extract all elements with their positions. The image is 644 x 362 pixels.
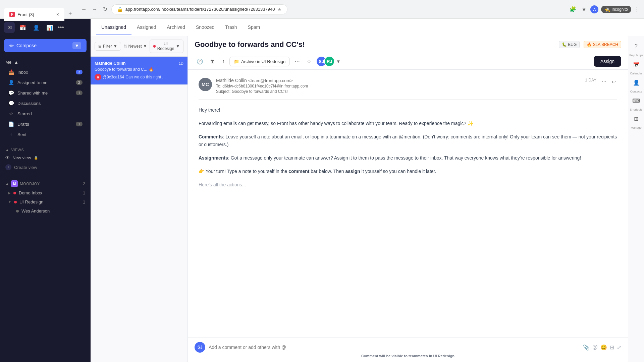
me-user-toggle[interactable]: Me ▲ [0,58,91,67]
archive-icon: 📁 [234,59,239,64]
analytics-icon-btn[interactable]: 📊 [44,22,55,33]
bookmark-button[interactable]: ★ [580,5,588,14]
back-button[interactable]: ← [80,5,88,14]
attach-button[interactable]: 📎 [583,344,590,351]
tab-trash[interactable]: Trash [220,20,242,35]
archive-button[interactable]: 📁 Archive in UI Redesign [229,57,290,66]
calendar-side-button[interactable]: 📅 [630,58,642,70]
avatar-group: SJ RJ ▼ [316,56,342,67]
sidebar-item-drafts[interactable]: 📄 Drafts 1 [3,119,88,129]
tab-unassigned[interactable]: Unassigned [96,20,131,35]
right-panel-contacts[interactable]: 👤 Contacts [630,76,642,93]
sidebar-item-discussions[interactable]: 💬 Discussions [3,98,88,108]
email-list-item[interactable]: Mathilde Collin 1D Goodbye to forwards a… [91,57,187,85]
shared-inboxes-label: Moodjoy [20,182,40,186]
sidebar-item-new-view[interactable]: 👁 New view 🔒 [0,153,91,162]
right-panel-manage[interactable]: ⊞ Manage [630,113,642,129]
sidebar-item-starred[interactable]: ☆ Starred [3,109,88,119]
address-bar[interactable]: 🔒 app.frontapp.com/inboxes/teams/folders… [111,4,288,14]
sort-label: Newest [128,44,142,49]
message-time: 1 DAY [585,78,596,82]
more-icon-btn[interactable]: ••• [58,24,64,31]
sidebar-item-demo-inbox[interactable]: ▶ Demo Inbox 1 [0,188,91,197]
new-tab-button[interactable]: + [66,9,75,18]
emoji-button[interactable]: 😊 [600,344,607,351]
filter-button[interactable]: ⊟ Filter ▼ [95,42,121,51]
star-button[interactable]: ☆ [305,56,313,67]
contacts-button[interactable]: 👤 [630,76,642,88]
tab-spam-label: Spam [248,24,260,30]
demo-inbox-dot [13,192,16,194]
snooze-button[interactable]: 🕐 [195,56,205,67]
format-button[interactable]: ⊞ [610,344,614,351]
compose-icon-btn[interactable]: ✉ [4,22,15,33]
extensions-button[interactable]: 🧩 [568,5,578,14]
contacts-icon-btn[interactable]: 👤 [31,22,42,33]
message-header: MC Mathilde Collin <team@frontapp.com> T… [199,78,617,100]
export-button[interactable]: ↑ [220,56,227,66]
reload-button[interactable]: ↻ [102,5,109,14]
contacts-label: Contacts [630,90,642,93]
browser-menu-button[interactable]: ⋮ [634,6,640,13]
forward-button[interactable]: → [91,5,99,14]
bug-tag[interactable]: 🐛 BUG [559,41,580,48]
message-more-button[interactable]: ⋯ [600,78,608,86]
compose-button[interactable]: ✏ Compose ▼ [4,39,87,52]
plus-icon: + [5,164,11,170]
tab-close-button[interactable]: × [56,12,59,17]
views-header[interactable]: ▲ Views [0,145,91,153]
shared-inboxes-header[interactable]: ▲ M Moodjoy 2 [0,178,91,188]
email-item-header: Mathilde Collin 1D [95,61,183,66]
email-detail-header: Goodbye to forwards and CC's! 🐛 BUG 🔥 SL… [188,36,628,53]
email-subject-title: Goodbye to forwards and CC's! [195,40,555,49]
calendar-icon-btn[interactable]: 📅 [17,22,28,33]
assign-button[interactable]: Assign [594,56,621,67]
comment-inbox-name: UI Redesign [433,354,454,358]
email-content: Hey there! Forwarding emails can get mes… [199,106,617,189]
email-body[interactable]: MC Mathilde Collin <team@frontapp.com> T… [188,70,628,338]
sidebar-item-assigned-to-me[interactable]: 👤 Assigned to me 2 [3,77,88,87]
sidebar-item-shared-with-me[interactable]: 💬 Shared with me 1 [3,88,88,98]
tab-snoozed[interactable]: Snoozed [191,20,220,35]
views-arrow: ▲ [5,148,9,152]
shortcuts-button[interactable]: ⌨ [630,95,642,107]
sidebar-item-sent[interactable]: ↑ Sent [3,129,88,139]
sidebar-item-wes-anderson[interactable]: Wes Anderson [0,206,91,216]
right-panel-calendar[interactable]: 📅 Calendar [630,58,642,75]
expand-button[interactable]: ⤢ [617,344,621,351]
sla-tag[interactable]: 🔥 SLA BREACH [584,41,621,48]
delete-button[interactable]: 🗑 [208,56,217,66]
tab-spam[interactable]: Spam [243,20,266,35]
shared-icon: 💬 [8,90,14,96]
views-section: ▲ Views 👁 New view 🔒 + Create view [0,142,91,175]
incognito-label: Incognito [611,7,628,12]
sort-arrow: ▼ [143,44,147,49]
create-view-button[interactable]: + Create view [0,162,91,172]
tab-archived[interactable]: Archived [162,20,191,35]
sidebar-item-ui-redesign[interactable]: ▼ UI Redesign 1 [0,197,91,206]
app-icon-bar: ✉ 📅 👤 📊 ••• [0,19,91,36]
avatar-dropdown-button[interactable]: ▼ [335,58,342,65]
browser-tab-active[interactable]: F Front (3) × [4,8,64,21]
help-button[interactable]: ? [630,40,642,52]
right-panel-shortcuts[interactable]: ⌨ Shortcuts [630,95,642,111]
collapse-icon: ▶ [8,191,11,195]
compose-pencil-icon: ✏ [9,43,14,49]
comment-input[interactable] [209,345,580,350]
tab-snoozed-label: Snoozed [196,24,214,30]
shared-inboxes-arrow: ▲ [5,182,9,186]
tabs-bar: Unassigned Assigned Archived Snoozed Tra… [91,19,644,36]
more-button[interactable]: ⋯ [292,56,302,67]
sidebar-item-inbox[interactable]: 📥 Inbox 3 [3,67,88,77]
mention-button[interactable]: @ [592,344,598,350]
tab-assigned[interactable]: Assigned [131,20,162,35]
reply-button[interactable]: ↩ [610,78,617,86]
wes-anderson-dot [16,210,19,213]
filter-label: Filter [103,44,112,49]
right-panel-help[interactable]: ? Help & tips [629,40,644,57]
label-filter-button[interactable]: UI Redesign ▼ [150,40,183,53]
manage-button[interactable]: ⊞ [630,113,642,125]
assigned-label: Assigned to me [17,80,48,85]
sort-button[interactable]: ⇅ Newest ▼ [124,44,147,49]
profile-button[interactable]: A [590,5,598,13]
